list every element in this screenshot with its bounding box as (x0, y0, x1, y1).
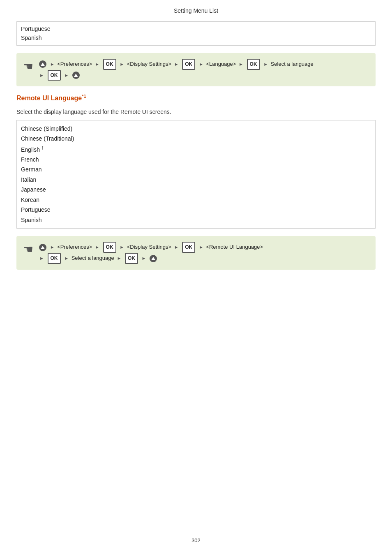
hand-icon: ☚ (23, 243, 33, 256)
hand-icon: ☚ (23, 60, 33, 73)
arrow: ► (64, 71, 69, 80)
list-item: German (21, 164, 371, 175)
step-select-language: Select a language (271, 61, 314, 67)
top-list-box: Portuguese Spanish (16, 21, 376, 46)
step-preferences: <Preferences> (57, 61, 92, 67)
page-title: Setting Menu List (0, 0, 392, 18)
list-item: French (21, 155, 371, 165)
arrow: ► (174, 243, 179, 252)
list-item: Chinese (Traditional) (21, 134, 371, 144)
arrow: ► (39, 71, 44, 80)
page-number: 302 (0, 537, 392, 543)
home-icon (39, 60, 46, 68)
arrow: ► (174, 60, 179, 69)
ok-button: OK (103, 59, 116, 70)
first-nav-box: ☚ ► <Preferences> ► OK ► <Display Settin… (16, 53, 376, 87)
ok-button: OK (182, 242, 195, 253)
list-item: Japanese (21, 185, 371, 195)
step-preferences: <Preferences> (57, 244, 92, 250)
second-nav-box: ☚ ► <Preferences> ► OK ► <Display Settin… (16, 236, 376, 270)
arrow: ► (64, 254, 69, 263)
arrow: ► (199, 243, 203, 252)
arrow: ► (117, 254, 121, 263)
ok-button: OK (247, 59, 260, 70)
home-icon (72, 72, 80, 79)
list-item: Chinese (Simplified) (21, 124, 371, 134)
arrow: ► (50, 243, 55, 252)
ok-button: OK (125, 253, 138, 264)
arrow: ► (50, 60, 55, 69)
arrow: ► (199, 60, 203, 69)
step-language: <Language> (206, 61, 236, 67)
footnote: *1 (82, 94, 86, 99)
list-item: Portuguese (21, 24, 371, 33)
arrow: ► (120, 243, 124, 252)
ok-button: OK (182, 59, 195, 70)
list-item: Spanish (21, 215, 371, 225)
options-box: Chinese (Simplified)Chinese (Traditional… (16, 120, 376, 229)
arrow: ► (39, 254, 44, 263)
list-item: English † (21, 144, 371, 155)
ok-button: OK (103, 242, 116, 253)
section-heading: Remote UI Language*1 (16, 94, 376, 105)
home-icon (150, 255, 157, 262)
ok-button: OK (48, 253, 61, 264)
list-item: Italian (21, 175, 371, 185)
step-display-settings: <Display Settings> (127, 61, 171, 67)
list-item: Spanish (21, 33, 371, 42)
arrow: ► (263, 60, 268, 69)
arrow: ► (95, 243, 99, 252)
step-display-settings: <Display Settings> (127, 244, 171, 250)
second-breadcrumb: ► <Preferences> ► OK ► <Display Settings… (38, 242, 263, 264)
arrow: ► (239, 60, 243, 69)
arrow: ► (120, 60, 124, 69)
list-item: Portuguese (21, 205, 371, 215)
step-remote-ui-language: <Remote UI Language> (206, 244, 263, 250)
section-description: Select the display language used for the… (16, 109, 376, 115)
ok-button: OK (48, 70, 61, 81)
home-icon (39, 244, 46, 251)
step-select-language: Select a language (71, 255, 114, 261)
arrow: ► (142, 254, 146, 263)
first-breadcrumb: ► <Preferences> ► OK ► <Display Settings… (38, 59, 314, 81)
list-item: Korean (21, 195, 371, 205)
arrow: ► (95, 60, 99, 69)
